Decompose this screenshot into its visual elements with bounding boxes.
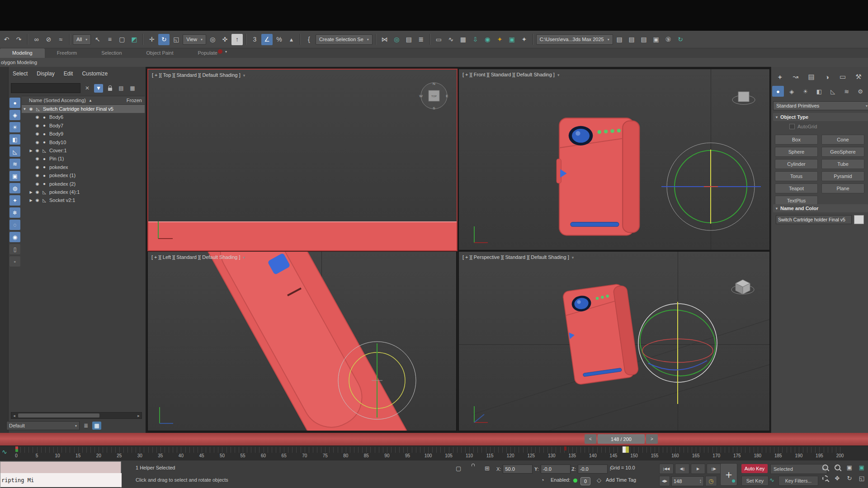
rotate-gizmo[interactable]	[659, 136, 763, 240]
shading-menu-icon[interactable]: ▾	[557, 73, 560, 77]
layout-icon-4[interactable]: ▣	[651, 34, 662, 45]
notification-badge-icon[interactable]: ⑨	[663, 34, 674, 45]
pokedex-model-perspective[interactable]	[559, 275, 648, 393]
time-slider-track[interactable]: < 148 / 200 >	[0, 433, 868, 446]
render-setup-icon[interactable]: ✦	[494, 34, 505, 45]
object-type-rollout[interactable]: ▾ Object Type	[773, 113, 868, 121]
column-options-icon[interactable]: ▦	[128, 84, 137, 93]
expand-icon[interactable]: ▼	[22, 107, 28, 111]
render-production-icon[interactable]: ✦	[519, 34, 530, 45]
key-filters-button[interactable]: Key Filters...	[778, 476, 818, 486]
toggle-ribbon-icon[interactable]: ▭	[433, 34, 444, 45]
primitive-category-dropdown[interactable]: Standard Primitives ▾	[773, 101, 868, 110]
expand-icon[interactable]: ▶	[28, 190, 34, 194]
rotate-gizmo[interactable]	[635, 300, 721, 406]
shading-menu-icon[interactable]: ▾	[243, 255, 245, 260]
hierarchy-tab[interactable]: ▤	[806, 71, 817, 82]
filter-bones-icon[interactable]: ◍	[9, 183, 20, 193]
select-and-move-icon[interactable]: ✛	[146, 34, 157, 45]
geosphere-button[interactable]: GeoSphere	[821, 147, 864, 157]
keyboard-shortcut-override-icon[interactable]: ↑	[231, 34, 243, 45]
orbit-icon[interactable]: ↻	[845, 474, 854, 482]
viewport-top[interactable]: [ + ][ Top ][ Standard ][ Default Shadin…	[147, 69, 458, 251]
listener-row[interactable]: ripting Mi	[0, 473, 122, 487]
tab-object-paint[interactable]: Object Paint	[134, 48, 186, 58]
pokedex-model-front[interactable]	[553, 114, 653, 240]
filter-lights-icon[interactable]: ☀	[9, 122, 20, 132]
play-button[interactable]: ▶	[691, 464, 705, 474]
scene-object-row[interactable]: ◉●pokedex	[22, 163, 151, 171]
viewcube-icon[interactable]	[731, 84, 756, 110]
set-key-button[interactable]: Set Key	[741, 476, 769, 486]
zoom-extents-all-icon[interactable]: ▣	[858, 463, 866, 471]
menu-select[interactable]: Select	[13, 70, 28, 77]
isolate-selection-icon[interactable]: ▢	[456, 465, 461, 472]
percent-snap-toggle-icon[interactable]: %	[274, 34, 285, 45]
visibility-icon[interactable]: ◉	[34, 156, 41, 161]
visibility-icon[interactable]: ◉	[34, 123, 41, 128]
track-bar[interactable]: ∿ 05101520253035404550556065707580859095…	[0, 446, 868, 460]
teapot-button[interactable]: Teapot	[775, 183, 818, 193]
layout-icon-1[interactable]: ▤	[614, 34, 625, 45]
scene-object-row[interactable]: ◉●Body9	[22, 130, 151, 138]
filter-visibility-icon[interactable]: ◉	[9, 232, 20, 242]
tab-freeform[interactable]: Freeform	[45, 48, 90, 58]
viewport-perspective-label[interactable]: [ + ][ Perspective ][ Standard ][ Defaul…	[462, 254, 574, 260]
name-column-header[interactable]: Name (Sorted Ascending)	[29, 98, 86, 103]
time-configuration-icon[interactable]: ◷	[705, 476, 717, 486]
auto-key-button[interactable]: Auto Key	[741, 464, 768, 473]
search-input[interactable]	[11, 83, 80, 93]
mini-curve-editor-icon[interactable]: ∿	[2, 448, 7, 455]
shading-menu-icon[interactable]: ▾	[243, 73, 245, 78]
curve-editor-icon[interactable]: ∿	[445, 34, 457, 45]
select-and-scale-icon[interactable]: ◱	[170, 34, 182, 45]
zoom-extents-icon[interactable]: ▣	[845, 463, 854, 471]
unlink-selection-icon[interactable]: ⊘	[43, 34, 54, 45]
filter-geometry-icon[interactable]: ●	[9, 98, 20, 108]
expand-icon[interactable]: ▶	[28, 198, 34, 202]
align-icon[interactable]: ◎	[391, 34, 402, 45]
current-frame-marker[interactable]	[623, 446, 626, 453]
filter-spacewarps-icon[interactable]: ≋	[9, 159, 20, 169]
placement-tool-icon[interactable]: ⇩	[470, 34, 481, 45]
visibility-icon[interactable]: ◉	[34, 190, 41, 194]
select-and-link-icon[interactable]: ∞	[31, 34, 42, 45]
zoom-icon[interactable]	[821, 463, 829, 471]
scene-object-row[interactable]: ◉●Body7	[22, 122, 151, 130]
visibility-icon[interactable]: ◉	[34, 165, 41, 169]
object-color-swatch[interactable]	[854, 215, 864, 224]
toggle-scene-explorer-icon[interactable]: ▤	[403, 34, 415, 45]
use-pivot-point-center-icon[interactable]: ◎	[207, 34, 218, 45]
pyramid-button[interactable]: Pyramid	[821, 171, 864, 181]
frozen-column-header[interactable]: Frozen	[127, 98, 142, 103]
scroll-right-icon[interactable]: ▸	[136, 413, 142, 418]
menu-customize[interactable]: Customize	[82, 70, 108, 77]
visibility-icon[interactable]: ◉	[34, 115, 41, 119]
object-name-field[interactable]: Switch Cartridge holder Final v5	[776, 215, 852, 224]
viewcube-compass[interactable]: N W E S TOP	[418, 80, 450, 112]
tube-button[interactable]: Tube	[821, 159, 864, 169]
previous-frame-button[interactable]: ◀||	[675, 464, 689, 474]
filter-frozen-icon[interactable]: ❄	[9, 207, 20, 218]
select-object-icon[interactable]: ↖	[92, 34, 103, 45]
visibility-icon[interactable]: ◉	[34, 198, 41, 202]
expand-icon[interactable]: ▶	[28, 149, 34, 153]
viewport-front[interactable]: [ + ][ Front ][ Standard ][ Default Shad…	[458, 69, 770, 250]
rail-extra-icon-1[interactable]: ▯	[9, 244, 20, 254]
zoom-region-icon[interactable]	[821, 474, 829, 482]
angle-snap-toggle-icon[interactable]: ∠	[261, 34, 273, 45]
viewport-left[interactable]: [ + ][ Left ][ Standard ][ Default Shadi…	[147, 251, 457, 431]
visibility-icon[interactable]: ◉	[34, 173, 41, 178]
clear-search-icon[interactable]: ✕	[83, 84, 92, 93]
visibility-icon[interactable]: ◉	[34, 148, 41, 153]
filter-particles-icon[interactable]: ▣	[9, 171, 20, 181]
spacewarps-category[interactable]: ≋	[841, 86, 853, 97]
macro-recorder-row[interactable]	[0, 462, 121, 473]
menu-edit[interactable]: Edit	[64, 70, 73, 77]
menu-display[interactable]: Display	[37, 70, 54, 77]
viewport-top-label[interactable]: [ + ][ Top ][ Standard ][ Default Shadin…	[152, 72, 245, 78]
shapes-category[interactable]: ◈	[786, 86, 797, 97]
rail-extra-icon-2[interactable]: ▫	[9, 256, 20, 267]
select-and-manipulate-icon[interactable]: ✜	[219, 34, 231, 45]
keyframe-icon[interactable]	[15, 449, 18, 452]
